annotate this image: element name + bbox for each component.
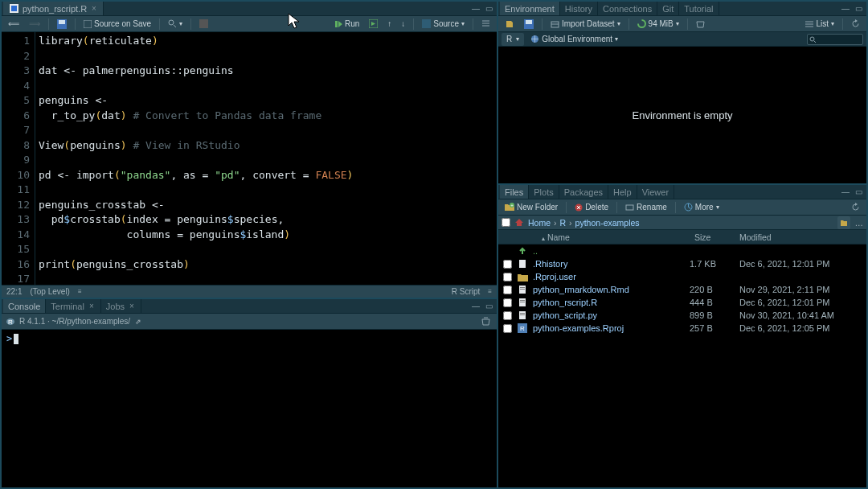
file-name[interactable]: .Rhistory [533,259,685,269]
import-dataset-button[interactable]: Import Dataset ▾ [547,18,624,31]
outline-button[interactable] [478,18,493,31]
more-button[interactable]: More ▾ [681,201,723,214]
close-icon[interactable]: × [88,302,96,310]
git-tab[interactable]: Git [657,2,679,15]
clear-objects-icon[interactable] [693,18,708,31]
file-name[interactable]: .. [533,246,685,256]
load-workspace-icon[interactable] [502,18,518,31]
breadcrumb-home[interactable]: Home [528,218,551,228]
maximize-icon[interactable]: ▭ [852,3,865,14]
svg-rect-12 [422,19,431,28]
code-area[interactable]: library(reticulate)dat <- palmerpenguins… [35,32,497,285]
env-search-input[interactable] [807,34,863,45]
file-checkbox[interactable] [503,260,512,269]
select-all-checkbox[interactable] [502,218,510,227]
file-type-indicator[interactable]: R Script [452,287,481,296]
file-modified: Dec 6, 2021, 12:05 PM [739,323,860,333]
view-mode-button[interactable]: List ▾ [802,18,837,31]
file-name[interactable]: python_script.py [533,310,685,320]
save-workspace-icon[interactable] [521,18,537,31]
home-icon[interactable] [514,217,525,228]
svg-rect-4 [84,20,92,28]
file-checkbox[interactable] [503,273,512,281]
maximize-icon[interactable]: ▭ [482,3,495,14]
env-tab[interactable]: Environment [500,2,560,15]
file-row[interactable]: python_rscript.R 444 B Dec 6, 2021, 12:0… [498,296,866,309]
refresh-files-icon[interactable] [848,201,863,214]
file-name[interactable]: python-examples.Rproj [533,323,685,333]
rename-button[interactable]: Rename [622,201,670,214]
svg-rect-35 [626,205,633,210]
close-tab-icon[interactable]: × [90,4,98,13]
close-icon[interactable]: × [128,302,136,310]
breadcrumb-folder[interactable]: python-examples [575,218,640,228]
more-path-icon[interactable]: … [855,218,864,228]
rerun-button[interactable] [366,18,381,31]
compile-icon[interactable] [196,18,211,31]
file-name[interactable]: .Rproj.user [533,272,685,281]
delete-button[interactable]: Delete [571,201,612,214]
minimize-icon[interactable]: — [469,301,482,311]
code-editor[interactable]: 123456789101112131415161718 library(reti… [2,32,497,285]
popout-icon[interactable]: ⇗ [135,318,141,326]
console-info[interactable]: R 4.1.1 · ~/R/python-examples/ [19,317,130,326]
packages-tab[interactable]: Packages [559,185,608,199]
file-checkbox[interactable] [503,311,512,320]
console-tab-row: Console Terminal× Jobs× — ▭ [2,299,497,314]
new-folder-button[interactable]: + New Folder [502,201,561,214]
file-checkbox[interactable] [503,324,512,333]
file-row[interactable]: .. [498,244,866,257]
save-icon[interactable] [54,18,70,31]
console-body[interactable]: > [2,330,497,487]
help-tab[interactable]: Help [608,185,637,199]
console-tab[interactable]: Console [3,299,46,313]
file-checkbox[interactable] [503,298,512,307]
file-name[interactable]: python_rscript.R [533,298,685,307]
memory-indicator[interactable]: 94 MiB ▾ [634,18,682,31]
source-on-save-check[interactable]: Source on Save [80,18,154,31]
go-up-button[interactable]: ↑ [384,18,395,31]
minimize-icon[interactable]: — [469,3,482,14]
back-button[interactable]: ⟸ [5,18,23,31]
file-checkbox[interactable] [503,286,512,294]
viewer-tab[interactable]: Viewer [637,185,674,199]
maximize-icon[interactable]: ▭ [852,187,865,197]
file-name[interactable]: python_rmarkdown.Rmd [533,285,685,294]
file-row[interactable]: python_script.py 899 B Nov 30, 2021, 10:… [498,309,866,322]
file-row[interactable]: .Rproj.user [498,270,866,283]
file-row[interactable]: .Rhistory 1.7 KB Dec 6, 2021, 12:01 PM [498,257,866,270]
find-button[interactable]: ▾ [165,18,186,31]
plots-tab[interactable]: Plots [529,185,559,199]
clear-console-icon[interactable] [478,315,493,328]
files-tab[interactable]: Files [500,185,529,199]
history-tab[interactable]: History [560,2,598,15]
jobs-tab[interactable]: Jobs× [101,299,141,313]
svg-rect-42 [520,289,525,290]
svg-point-5 [169,20,174,25]
run-button[interactable]: Run [331,18,362,31]
minimize-icon[interactable]: — [839,187,852,197]
source-button[interactable]: Source ▾ [419,18,468,31]
svg-rect-44 [520,300,525,301]
refresh-env-icon[interactable] [848,18,863,31]
forward-button[interactable]: ⟹ [26,18,43,31]
connections-tab[interactable]: Connections [598,2,657,15]
files-window-controls: — ▭ [839,187,865,197]
file-row[interactable]: R python-examples.Rproj 257 B Dec 6, 202… [498,322,866,335]
go-down-button[interactable]: ↓ [398,18,408,31]
editor-tab-row: python_rscript.R × — ▭ [2,2,497,16]
file-size: 444 B [690,298,735,307]
minimize-icon[interactable]: — [839,3,852,14]
maximize-icon[interactable]: ▭ [482,301,495,311]
editor-tab[interactable]: python_rscript.R × [3,2,104,15]
scope-indicator[interactable]: (Top Level) [30,287,69,296]
tutorial-tab[interactable]: Tutorial [679,2,719,15]
svg-rect-20 [526,20,532,24]
terminal-tab[interactable]: Terminal× [46,299,100,313]
scope-dropdown-icon[interactable]: ≡ [78,288,82,295]
language-selector[interactable]: R▾ [502,33,524,46]
goto-dir-icon[interactable] [837,216,850,229]
breadcrumb-r[interactable]: R [560,218,567,228]
file-row[interactable]: python_rmarkdown.Rmd 220 B Nov 29, 2021,… [498,283,866,296]
scope-selector[interactable]: Global Environment ▾ [527,33,621,46]
